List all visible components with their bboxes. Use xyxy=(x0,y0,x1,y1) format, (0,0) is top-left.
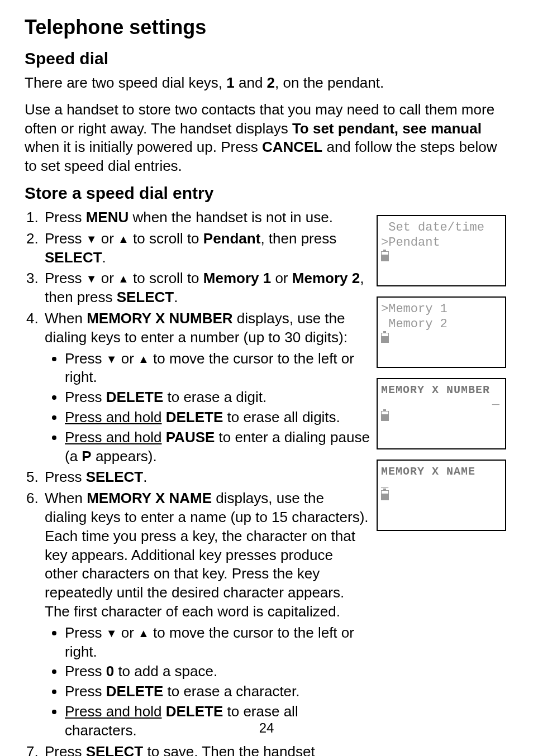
text: or xyxy=(97,270,118,286)
page-title: Telephone settings xyxy=(25,16,508,39)
menu-item: Pendant xyxy=(203,230,261,247)
lcd-cursor: _ xyxy=(381,479,502,490)
lcd-screen-2: >Memory 1 Memory 2 xyxy=(377,296,506,368)
text: Press xyxy=(65,683,106,700)
step-3: Press ▼ or ▲ to scroll to Memory 1 or Me… xyxy=(42,269,370,307)
text: or xyxy=(97,230,118,247)
text: . xyxy=(102,249,106,266)
text-underlined: Press and hold xyxy=(65,703,161,720)
key-label: 1 xyxy=(226,74,234,91)
text: Press xyxy=(65,350,106,367)
lcd-line: Memory 2 xyxy=(381,317,502,332)
step-1: Press MENU when the handset is not in us… xyxy=(42,208,370,227)
steps-list: Press MENU when the handset is not in us… xyxy=(25,208,370,756)
lcd-line: MEMORY X NAME xyxy=(381,465,502,479)
step-2: Press ▼ or ▲ to scroll to Pendant, then … xyxy=(42,229,370,267)
display-text: To set pendant, see manual xyxy=(292,120,482,137)
text: Press xyxy=(65,624,106,641)
text: and xyxy=(235,74,267,91)
menu-item: Memory 1 xyxy=(203,270,271,286)
battery-icon xyxy=(381,251,389,261)
lcd-screen-1: Set date/time >Pendant xyxy=(377,215,506,286)
lcd-line: >Pendant xyxy=(381,236,502,251)
up-arrow-icon: ▲ xyxy=(118,233,129,245)
down-arrow-icon: ▼ xyxy=(86,272,97,285)
key-label: DELETE xyxy=(166,409,223,425)
key-label: 0 xyxy=(106,663,114,680)
key-label: CANCEL xyxy=(262,138,322,155)
step-4: When MEMORY X NUMBER displays, use the d… xyxy=(42,309,370,466)
section-heading-store: Store a speed dial entry xyxy=(25,184,508,203)
substep: Press and hold DELETE to erase all digit… xyxy=(65,408,370,427)
text: When xyxy=(45,310,87,327)
lcd-screen-3: MEMORY X NUMBER _ xyxy=(377,378,506,449)
down-arrow-icon: ▼ xyxy=(106,627,117,639)
text: There are two speed dial keys, xyxy=(25,74,226,91)
section-heading-speed-dial: Speed dial xyxy=(25,49,508,68)
down-arrow-icon: ▼ xyxy=(86,233,97,245)
step-7: Press SELECT to save. Then the handset d… xyxy=(42,743,370,757)
key-label: DELETE xyxy=(106,389,164,405)
key-label: SELECT xyxy=(117,289,174,305)
battery-icon xyxy=(381,490,389,500)
key-label: SELECT xyxy=(45,249,102,266)
key-label: MENU xyxy=(86,209,129,226)
text: Press xyxy=(45,230,86,247)
text xyxy=(161,429,165,446)
lcd-line: >Memory 1 xyxy=(381,302,502,317)
lcd-line: MEMORY X NUMBER xyxy=(381,384,502,397)
key-label: PAUSE xyxy=(166,429,215,446)
lcd-screen-4: MEMORY X NAME _ xyxy=(377,460,506,531)
text-underlined: Press and hold xyxy=(65,409,161,425)
key-label: DELETE xyxy=(106,683,164,700)
text xyxy=(161,703,165,720)
text: Press xyxy=(65,663,106,680)
menu-item: Memory 2 xyxy=(292,270,360,286)
text: Press xyxy=(45,270,86,286)
text: or xyxy=(117,624,138,641)
key-label: SELECT xyxy=(86,743,144,757)
intro-paragraph-1: There are two speed dial keys, 1 and 2, … xyxy=(25,74,508,93)
up-arrow-icon: ▲ xyxy=(138,627,149,639)
text: or xyxy=(271,270,292,286)
text: to erase a digit. xyxy=(163,389,266,405)
display-text: MEMORY X NAME xyxy=(87,490,212,506)
substep: Press ▼ or ▲ to move the cursor to the l… xyxy=(65,624,370,662)
text: Press xyxy=(45,209,86,226)
text: when the handset is not in use. xyxy=(129,209,333,226)
display-text: MEMORY X NUMBER xyxy=(87,310,232,327)
lcd-line: Set date/time xyxy=(381,221,502,236)
text: Press xyxy=(65,389,106,405)
up-arrow-icon: ▲ xyxy=(138,353,149,365)
text: to erase all digits. xyxy=(223,409,340,425)
up-arrow-icon: ▲ xyxy=(118,272,129,285)
down-arrow-icon: ▼ xyxy=(106,353,117,365)
step-5: Press SELECT. xyxy=(42,468,370,487)
intro-paragraph-2: Use a handset to store two contacts that… xyxy=(25,101,508,176)
text: . xyxy=(143,468,147,485)
battery-icon xyxy=(381,332,389,342)
text: , then press xyxy=(260,230,336,247)
text: , on the pendant. xyxy=(275,74,384,91)
text: or xyxy=(117,350,138,367)
text: Press xyxy=(45,468,86,485)
substep: Press DELETE to erase a digit. xyxy=(65,388,370,407)
substep: Press ▼ or ▲ to move the cursor to the l… xyxy=(65,350,370,387)
battery-icon xyxy=(381,410,389,420)
text: . xyxy=(174,289,178,305)
text: to scroll to xyxy=(129,230,203,247)
display-text: P xyxy=(82,448,91,465)
key-label: DELETE xyxy=(166,703,223,720)
key-label: 2 xyxy=(267,74,275,91)
text xyxy=(161,409,165,425)
key-label: SELECT xyxy=(86,468,144,485)
text: appears). xyxy=(92,448,157,465)
text: displays, use the dialing keys to enter … xyxy=(45,490,369,620)
step-6: When MEMORY X NAME displays, use the dia… xyxy=(42,489,370,740)
text: to add a space. xyxy=(114,663,217,680)
text-underlined: Press and hold xyxy=(65,429,161,446)
substep: Press and hold PAUSE to enter a dialing … xyxy=(65,428,370,466)
text: when it is initially powered up. Press xyxy=(25,138,262,155)
text: Press xyxy=(45,743,86,757)
text: to erase a character. xyxy=(163,683,299,700)
